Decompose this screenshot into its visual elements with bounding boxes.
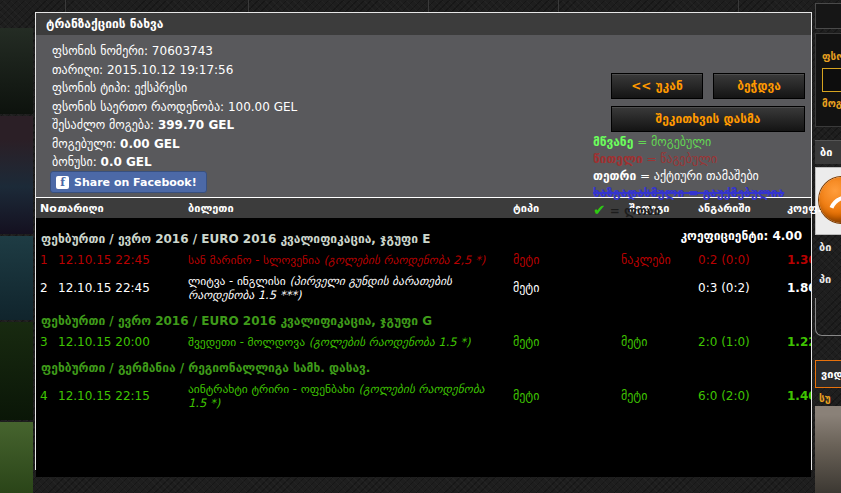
facebook-share-button[interactable]: f Share on Facebook! [50, 171, 207, 193]
info-field: შესაძლო მოგება: 399.70 GEL [52, 116, 297, 135]
table-body: ფეხბურთი / ევრო 2016 / EURO 2016 კვალიფი… [36, 218, 811, 477]
topbar-separator [248, 0, 249, 12]
bet-info-section: ფსონის ნომერი: 70603743თარიღი: 2015.10.1… [36, 35, 811, 197]
background-photo [0, 422, 33, 493]
info-field: თარიღი: 2015.10.12 19:17:56 [52, 61, 297, 80]
ask-question-button[interactable]: შეკითხვის დასმა [611, 106, 805, 132]
column-header: კოეფ. [787, 202, 827, 215]
sidebar-tab-fragment[interactable]: ბი [815, 140, 841, 164]
total-coefficient: კოეფიციენტი: 4.00 [680, 229, 802, 243]
transaction-modal: ტრანზაქციის ნახვა ფსონის ნომერი: 7060374… [35, 12, 812, 470]
sidebar-link-fragment[interactable]: სუ [819, 393, 831, 404]
legend: მწვანე = მოგებულიწითელი = წაგებულითეთრი … [593, 134, 784, 220]
modal-title: ტრანზაქციის ნახვა [36, 13, 811, 35]
section-header: ფეხბურთი / ევრო 2016 / EURO 2016 კვალიფი… [36, 305, 811, 331]
bet-info-fields: ფსონის ნომერი: 70603743თარიღი: 2015.10.1… [52, 42, 297, 172]
sidebar-panel-fragment [815, 3, 841, 29]
sidebar-item-fragment[interactable]: ბი [819, 241, 831, 254]
background-photo [0, 322, 33, 420]
bet-row: 212.10.15 22:45ლიტვა - ინგლისი (პირველი … [36, 270, 811, 305]
stake-input-fragment[interactable] [822, 68, 841, 92]
sidebar-tab-video-fragment[interactable]: ვიდ [815, 360, 841, 388]
info-field: ფსონის ტიპი: ექსპრესი [52, 79, 297, 98]
facebook-share-label: Share on Facebook! [74, 176, 197, 189]
legend-item: მწვანე = მოგებული [593, 134, 784, 151]
column-header: თარიღი [56, 202, 188, 215]
background-photo [0, 116, 33, 234]
topbar-separator [65, 0, 66, 12]
back-button[interactable]: << უკან [611, 73, 703, 99]
betslip-panel-fragment: ფსო მოგ [815, 33, 841, 127]
bet-row: 412.10.15 22:15აინტრახტი ტრირი - ოფენბახ… [36, 378, 811, 413]
background-photo [0, 28, 33, 114]
sidebar-item-fragment[interactable]: პი [819, 273, 831, 286]
topbar-separator [558, 0, 559, 12]
facebook-icon: f [56, 176, 69, 189]
sidebar-photo-fragment [815, 406, 841, 493]
legend-item: თეთრი = აქტიური თამაშები [593, 168, 784, 185]
section-header: ფეხბურთი / გერმანია / რეგიონალლიგა სამხ.… [36, 352, 811, 378]
legend-item: ხაზგადასმული = გაუქმებულია [593, 185, 784, 202]
legend-item: წითელი = წაგებული [593, 151, 784, 168]
column-header: No. [36, 202, 56, 215]
bet-row: 312.10.15 20:00შვედეთი - მოლდოვა (გოლები… [36, 331, 811, 352]
betslip-stake-label: ფსო [822, 51, 841, 62]
ball-icon [819, 177, 841, 223]
info-field: ბონუსი: 0.0 GEL [52, 153, 297, 172]
info-field: მოგებული: 0.00 GEL [52, 135, 297, 154]
sidebar-panel-corner [815, 298, 841, 336]
bet-row: 112.10.15 22:45სან მარინო - სლოვენია (გო… [36, 249, 811, 270]
info-field: ფსონის საერთო რაოდენობა: 100.00 GEL [52, 98, 297, 117]
topbar-separator [738, 0, 739, 12]
background-photo [0, 236, 33, 320]
info-field: ფსონის ნომერი: 70603743 [52, 42, 297, 61]
column-header: ბილეთი [188, 202, 503, 215]
print-button[interactable]: ბეჭდვა [713, 73, 805, 99]
betslip-win-label: მოგ [822, 98, 841, 109]
background-photo-strip [0, 28, 33, 493]
topbar-separator [428, 0, 429, 12]
